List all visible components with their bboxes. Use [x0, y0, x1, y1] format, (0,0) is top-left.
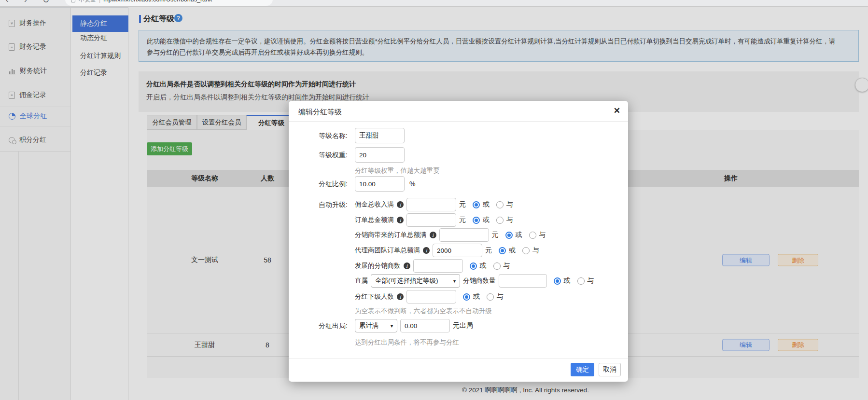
edit-level-modal: 编辑分红等级 ✕ 等级名称: 等级权重: 分红等级权重，值越大越重要 分红比例:… [289, 101, 628, 382]
unit-label: 元 [492, 231, 499, 239]
close-icon[interactable]: ✕ [614, 106, 620, 116]
info-icon[interactable]: i [430, 232, 436, 238]
or-label: 或 [473, 292, 480, 301]
or-radio[interactable] [473, 217, 480, 224]
cancel-button[interactable]: 取消 [599, 363, 621, 376]
or-radio[interactable] [554, 277, 561, 285]
unit-label: 元 [485, 246, 492, 255]
ratio-input[interactable] [355, 176, 405, 192]
row-label: 订单总金额满 [355, 216, 394, 224]
direct-distributor-count-input[interactable] [499, 274, 547, 288]
sub-members-input[interactable] [406, 290, 456, 303]
dividend-out-label: 分红出局: [289, 322, 348, 331]
auto-upgrade-row-agent-team-orders: 代理商团队订单总额满 i 元 或 与 [355, 244, 539, 257]
row-label: 分销商带来的订单总额满 [355, 231, 427, 239]
auto-upgrade-row-order-amount: 订单总金额满 i 元 或 与 [355, 213, 513, 227]
auto-upgrade-row-distributor-orders: 分销商带来的订单总额满 i 元 或 与 [355, 228, 546, 242]
select-value: 全部(可选择指定等级) [375, 276, 438, 285]
modal-header: 编辑分红等级 ✕ [289, 101, 628, 122]
info-icon[interactable]: i [404, 262, 410, 269]
address-separator: | [99, 0, 100, 3]
dividend-out-hint: 达到分红出局条件，将不再参与分红 [355, 338, 459, 347]
modal-footer: 确定 取消 [289, 359, 628, 382]
auto-upgrade-row-developed-distributors: 发展的分销商数 i 或 与 [355, 259, 510, 273]
unit-label: 元 [459, 200, 466, 209]
chevron-down-icon: ▾ [453, 278, 456, 284]
and-radio[interactable] [496, 217, 504, 224]
auto-upgrade-label: 自动升级: [289, 201, 348, 209]
info-icon[interactable]: i [397, 217, 404, 223]
ratio-label: 分红比例: [289, 180, 348, 189]
and-label: 与 [532, 246, 539, 255]
row-label: 直属 [355, 276, 368, 285]
or-radio[interactable] [499, 247, 506, 254]
dividend-out-amount-input[interactable] [400, 319, 450, 332]
and-label: 与 [539, 231, 546, 239]
or-label: 或 [483, 200, 490, 209]
or-label: 或 [480, 262, 487, 270]
and-label: 与 [504, 262, 510, 270]
and-radio[interactable] [577, 277, 585, 285]
dividend-out-row: 累计满 ▾ 元出局 [355, 319, 473, 332]
and-radio[interactable] [522, 247, 530, 254]
level-name-label: 等级名称: [289, 132, 348, 140]
info-icon[interactable]: i [423, 247, 430, 254]
url-text: mpwlxmxrenxiaoti.com/User/bonus_rank [103, 0, 212, 3]
row-label: 代理商团队订单总额满 [355, 246, 420, 255]
developed-distributors-input[interactable] [413, 259, 463, 273]
or-radio[interactable] [463, 293, 470, 301]
browser-back-icon[interactable]: ‹ [6, 0, 9, 5]
select-value: 累计满 [359, 321, 379, 330]
info-icon[interactable]: i [397, 293, 404, 300]
auto-upgrade-row-commission: 佣金总收入满 i 元 或 与 [355, 198, 513, 211]
unit-label: 元 [459, 216, 466, 224]
distributor-orders-input[interactable] [439, 228, 489, 242]
or-label: 或 [564, 276, 571, 285]
level-weight-hint: 分红等级权重，值越大越重要 [355, 166, 440, 175]
and-label: 与 [506, 216, 513, 224]
modal-title: 编辑分红等级 [298, 108, 342, 117]
ratio-unit: % [409, 180, 415, 188]
and-label: 与 [588, 276, 594, 285]
level-weight-input[interactable] [355, 147, 405, 163]
commission-total-input[interactable] [406, 198, 456, 211]
browser-forward-icon[interactable]: › [24, 0, 27, 5]
or-radio[interactable] [505, 232, 513, 239]
screen: ‹ › ↻ 不安全 | mpwlxmxrenxiaoti.com/User/bo… [0, 0, 868, 400]
level-weight-label: 等级权重: [289, 151, 348, 160]
browser-reload-icon[interactable]: ↻ [42, 0, 49, 5]
row-label: 分红下级人数 [355, 292, 394, 301]
and-radio[interactable] [496, 201, 504, 208]
chevron-down-icon: ▾ [391, 323, 393, 329]
row-label: 发展的分销商数 [355, 262, 401, 270]
direct-level-select[interactable]: 全部(可选择指定等级) ▾ [371, 274, 460, 288]
or-radio[interactable] [470, 262, 477, 270]
page-icon [71, 0, 75, 2]
level-name-input[interactable] [355, 128, 405, 143]
and-radio[interactable] [487, 293, 494, 301]
unit-label: 元出局 [453, 321, 473, 330]
or-label: 或 [509, 246, 516, 255]
dividend-out-select[interactable]: 累计满 ▾ [355, 319, 397, 332]
agent-team-orders-input[interactable] [433, 244, 482, 257]
order-total-input[interactable] [406, 213, 456, 227]
auto-upgrade-hint: 为空表示不做判断，六者都为空表示不自动升级 [355, 307, 492, 316]
or-label: 或 [483, 216, 490, 224]
and-radio[interactable] [493, 262, 501, 270]
and-label: 与 [506, 200, 513, 209]
auto-upgrade-row-sub-members: 分红下级人数 i 或 与 [355, 290, 504, 303]
and-radio[interactable] [529, 232, 536, 239]
or-radio[interactable] [473, 201, 480, 208]
info-icon[interactable]: i [397, 201, 404, 208]
confirm-button[interactable]: 确定 [571, 363, 594, 376]
auto-upgrade-row-direct: 直属 全部(可选择指定等级) ▾ 分销商数量 或 与 [355, 274, 594, 288]
security-label: 不安全 [79, 0, 96, 4]
browser-bar: ‹ › ↻ 不安全 | mpwlxmxrenxiaoti.com/User/bo… [0, 0, 868, 7]
and-label: 与 [497, 292, 504, 301]
or-label: 或 [516, 231, 522, 239]
address-bar[interactable]: 不安全 | mpwlxmxrenxiaoti.com/User/bonus_ra… [65, 0, 273, 6]
row-label: 佣金总收入满 [355, 200, 394, 209]
distributor-count-label: 分销商数量 [463, 276, 496, 285]
